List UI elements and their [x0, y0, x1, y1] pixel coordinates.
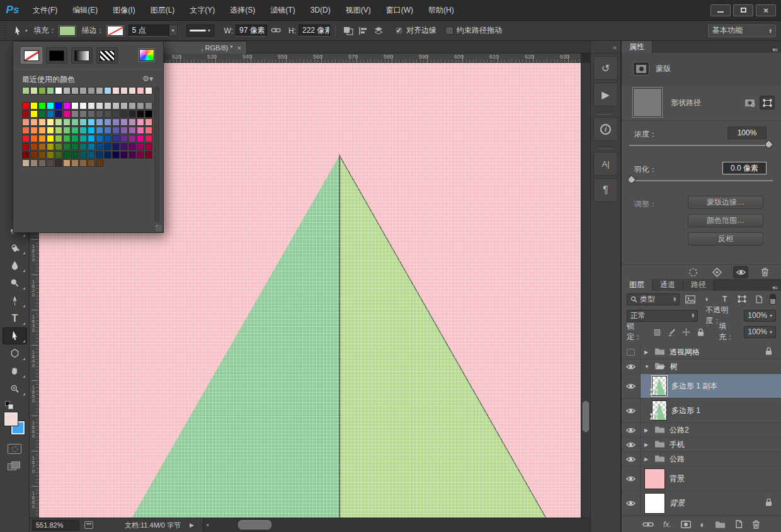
color-swatch[interactable]	[38, 110, 46, 118]
layer-row[interactable]: 多边形 1	[622, 399, 781, 423]
lock-position-icon[interactable]	[681, 327, 692, 337]
color-swatch[interactable]	[104, 102, 111, 110]
tab-channels[interactable]: 通道	[653, 279, 683, 291]
color-swatch[interactable]	[145, 143, 152, 150]
color-swatch[interactable]	[96, 143, 103, 150]
actions-panel-icon[interactable]: ▶	[593, 82, 618, 106]
recent-color-swatch[interactable]	[71, 87, 79, 94]
color-swatch[interactable]	[47, 143, 54, 150]
align-edges-checkbox[interactable]: ✓ 对齐边缘	[395, 25, 436, 36]
recent-color-swatch[interactable]	[96, 87, 103, 94]
color-swatch[interactable]	[30, 118, 38, 126]
color-swatch[interactable]	[30, 143, 38, 150]
layer-row-body[interactable]: ▶公路2	[641, 423, 781, 437]
tool-preset-dropdown[interactable]: ▾	[25, 30, 28, 32]
color-swatch[interactable]	[79, 127, 87, 134]
color-swatch[interactable]	[145, 110, 152, 118]
panel-menu-icon[interactable]: ▾≡	[772, 47, 777, 53]
color-swatch[interactable]	[71, 159, 79, 167]
options-bar-grip[interactable]	[0, 21, 6, 40]
color-swatch[interactable]	[145, 151, 152, 159]
color-swatch[interactable]	[112, 118, 120, 126]
color-swatch[interactable]	[30, 135, 38, 142]
color-swatch[interactable]	[128, 151, 136, 159]
color-swatch[interactable]	[128, 143, 136, 150]
color-swatch[interactable]	[88, 127, 95, 134]
color-swatch[interactable]	[22, 118, 30, 126]
color-swatch[interactable]	[112, 127, 120, 134]
color-swatch[interactable]	[79, 110, 87, 118]
layer-row[interactable]: ▶公路	[622, 452, 781, 467]
color-swatch[interactable]	[112, 151, 120, 159]
layer-row-body[interactable]: 背景	[641, 467, 781, 490]
mask-to-selection-icon[interactable]	[685, 266, 700, 278]
recent-color-swatch[interactable]	[47, 87, 54, 94]
visibility-toggle[interactable]	[622, 345, 641, 359]
lock-all-icon[interactable]	[695, 327, 706, 337]
layer-filter-kind-combo[interactable]: 类型 ▴▾	[627, 293, 680, 305]
color-swatch[interactable]	[30, 127, 38, 134]
filter-pixel-layers-icon[interactable]	[683, 293, 697, 305]
layer-row[interactable]: 背景	[622, 491, 781, 516]
color-swatch[interactable]	[120, 118, 128, 126]
color-swatch[interactable]	[79, 102, 87, 110]
color-swatch[interactable]	[96, 159, 103, 167]
color-swatch[interactable]	[47, 118, 54, 126]
new-group-icon[interactable]	[715, 520, 726, 528]
recent-color-swatch[interactable]	[112, 87, 120, 94]
color-swatch[interactable]	[63, 110, 71, 118]
layer-row[interactable]: 背景	[622, 467, 781, 491]
shape-path-thumbnail[interactable]	[633, 88, 662, 117]
recent-color-swatch[interactable]	[79, 87, 87, 94]
color-swatch[interactable]	[79, 159, 87, 167]
density-value[interactable]: 100%	[727, 127, 767, 139]
color-swatch[interactable]	[104, 118, 111, 126]
color-swatch[interactable]	[128, 110, 136, 118]
paint-bucket-tool[interactable]	[3, 239, 27, 256]
color-swatch[interactable]	[38, 143, 46, 150]
color-swatch[interactable]	[38, 118, 46, 126]
layer-row-body[interactable]: ▶公路	[641, 452, 781, 466]
menu-item-9[interactable]: 视图(V)	[338, 0, 379, 20]
swap-colors-icon[interactable]	[5, 401, 24, 410]
filter-adjustment-layers-icon[interactable]: ◐	[701, 293, 714, 305]
screen-mode-icon[interactable]	[8, 461, 21, 472]
color-swatch[interactable]	[137, 143, 144, 150]
color-swatch[interactable]	[30, 151, 38, 159]
color-swatch[interactable]	[137, 151, 144, 159]
color-swatch[interactable]	[71, 135, 79, 142]
path-arrangement-icon[interactable]	[371, 24, 386, 38]
color-swatch[interactable]	[55, 143, 62, 150]
recent-color-swatch[interactable]	[30, 87, 38, 94]
recent-color-swatch[interactable]	[38, 87, 46, 94]
layer-thumbnail[interactable]	[652, 400, 667, 421]
layer-row[interactable]: 多边形 1 副本	[622, 374, 781, 399]
color-swatch[interactable]	[55, 151, 62, 159]
layer-row-body[interactable]: 多边形 1 副本	[641, 374, 781, 398]
layer-fill-dropdown[interactable]: 100% ▾	[744, 326, 776, 338]
visibility-toggle[interactable]	[622, 467, 641, 490]
color-swatch[interactable]	[128, 135, 136, 142]
recent-color-swatch[interactable]	[128, 87, 136, 94]
recent-color-swatch[interactable]	[22, 87, 30, 94]
color-swatch[interactable]	[47, 151, 54, 159]
color-swatch[interactable]	[55, 110, 62, 118]
paragraph-panel-icon[interactable]: ¶	[593, 178, 618, 202]
color-swatch[interactable]	[88, 102, 95, 110]
stroke-width-input[interactable]: 5 点	[128, 25, 169, 37]
recent-color-swatch[interactable]	[120, 87, 128, 94]
color-swatch[interactable]	[63, 102, 71, 110]
color-swatch[interactable]	[22, 135, 30, 142]
menu-item-10[interactable]: 窗口(W)	[379, 0, 421, 20]
color-swatch[interactable]	[55, 127, 62, 134]
feather-slider[interactable]	[629, 180, 773, 181]
stroke-color-swatch[interactable]	[107, 26, 123, 36]
color-swatch[interactable]	[71, 151, 79, 159]
type-tool[interactable]: T	[3, 310, 27, 327]
color-swatch[interactable]	[104, 127, 111, 134]
color-swatch[interactable]	[30, 110, 38, 118]
group-collapse-icon[interactable]: ▼	[644, 364, 650, 370]
document-status-icon[interactable]	[84, 521, 93, 529]
color-swatch[interactable]	[104, 135, 111, 142]
pen-tool[interactable]	[3, 292, 27, 309]
